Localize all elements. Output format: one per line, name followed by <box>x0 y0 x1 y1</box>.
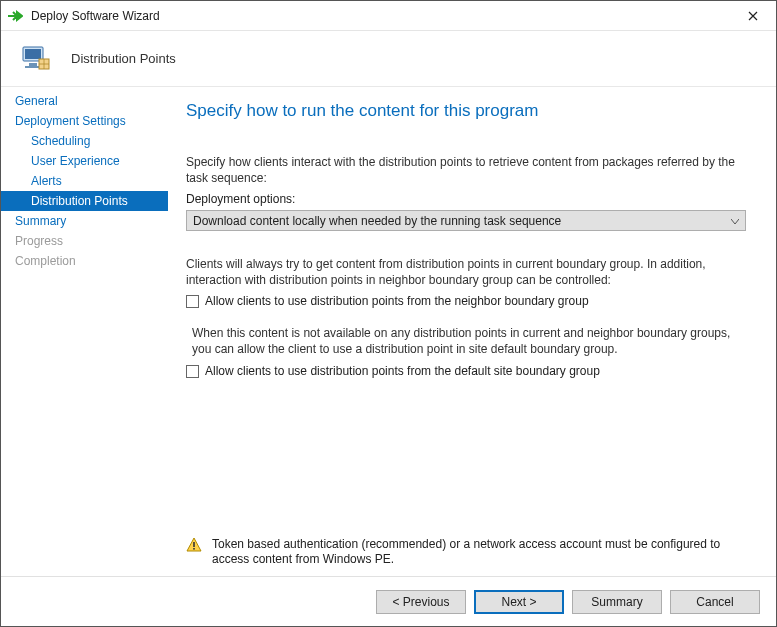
sidebar-item-label: Alerts <box>31 174 62 188</box>
svg-rect-2 <box>29 63 37 66</box>
computer-package-icon <box>17 41 53 77</box>
sidebar-item-distribution-points[interactable]: Distribution Points <box>1 191 168 211</box>
sidebar-item-label: Distribution Points <box>31 194 128 208</box>
chevron-down-icon <box>731 214 739 228</box>
wizard-window: Deploy Software Wizard Distribution Poin… <box>0 0 777 627</box>
window-title: Deploy Software Wizard <box>31 9 730 23</box>
boundary-group-text: Clients will always try to get content f… <box>186 257 746 288</box>
checkbox-default-label: Allow clients to use distribution points… <box>205 364 600 378</box>
button-label: Cancel <box>696 595 733 609</box>
sidebar-item-deployment-settings[interactable]: Deployment Settings <box>1 111 168 131</box>
intro-text: Specify how clients interact with the di… <box>186 155 746 186</box>
checkbox-neighbor[interactable] <box>186 295 199 308</box>
checkbox-neighbor-label: Allow clients to use distribution points… <box>205 294 589 308</box>
button-label: Next > <box>501 595 536 609</box>
sidebar-item-label: General <box>15 94 58 108</box>
next-button[interactable]: Next > <box>474 590 564 614</box>
wizard-footer: < Previous Next > Summary Cancel <box>1 576 776 626</box>
close-icon <box>748 11 758 21</box>
button-label: < Previous <box>392 595 449 609</box>
sidebar-item-label: Scheduling <box>31 134 90 148</box>
sidebar-item-label: Progress <box>15 234 63 248</box>
cancel-button[interactable]: Cancel <box>670 590 760 614</box>
wizard-sidebar: General Deployment Settings Scheduling U… <box>1 87 168 576</box>
sidebar-item-alerts[interactable]: Alerts <box>1 171 168 191</box>
svg-rect-6 <box>193 548 195 550</box>
svg-rect-5 <box>193 542 195 547</box>
sidebar-item-progress: Progress <box>1 231 168 251</box>
titlebar: Deploy Software Wizard <box>1 1 776 31</box>
deployment-options-label: Deployment options: <box>186 192 746 206</box>
sidebar-item-general[interactable]: General <box>1 91 168 111</box>
sidebar-item-label: Summary <box>15 214 66 228</box>
sidebar-item-label: Completion <box>15 254 76 268</box>
page-header: Distribution Points <box>1 31 776 87</box>
sidebar-item-scheduling[interactable]: Scheduling <box>1 131 168 151</box>
warning-text: Token based authentication (recommended)… <box>212 537 754 568</box>
sidebar-item-label: User Experience <box>31 154 120 168</box>
checkbox-default-row: Allow clients to use distribution points… <box>186 364 746 378</box>
previous-button[interactable]: < Previous <box>376 590 466 614</box>
sidebar-item-user-experience[interactable]: User Experience <box>1 151 168 171</box>
svg-rect-1 <box>25 49 41 59</box>
sidebar-item-summary[interactable]: Summary <box>1 211 168 231</box>
deployment-options-value: Download content locally when needed by … <box>193 214 731 228</box>
checkbox-default[interactable] <box>186 365 199 378</box>
checkbox-neighbor-row: Allow clients to use distribution points… <box>186 294 746 308</box>
sidebar-item-label: Deployment Settings <box>15 114 126 128</box>
fallback-text: When this content is not available on an… <box>186 326 746 357</box>
wizard-arrow-icon <box>7 8 23 24</box>
close-button[interactable] <box>730 1 776 30</box>
button-label: Summary <box>591 595 642 609</box>
warning-icon <box>186 537 202 553</box>
content-heading: Specify how to run the content for this … <box>186 101 746 121</box>
wizard-body: General Deployment Settings Scheduling U… <box>1 87 776 576</box>
summary-button[interactable]: Summary <box>572 590 662 614</box>
sidebar-item-completion: Completion <box>1 251 168 271</box>
main-content: Specify how to run the content for this … <box>168 87 776 576</box>
warning-row: Token based authentication (recommended)… <box>186 537 754 568</box>
page-title: Distribution Points <box>71 51 176 66</box>
deployment-options-select[interactable]: Download content locally when needed by … <box>186 210 746 231</box>
